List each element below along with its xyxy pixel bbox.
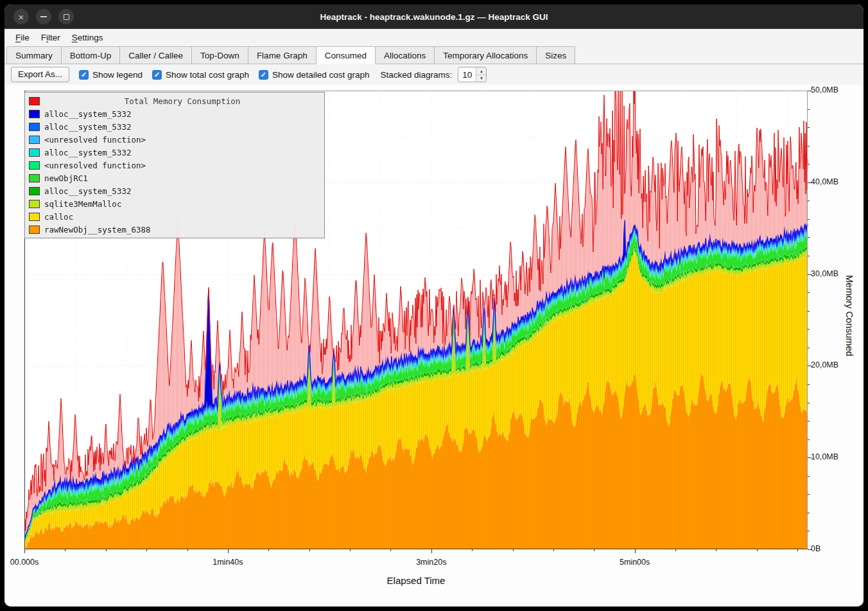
toolbar: Export As... ✓Show legend✓Show total cos… (4, 64, 864, 85)
legend-item: sqlite3MemMalloc (28, 197, 322, 210)
legend-item: alloc__system_5332 (28, 184, 322, 197)
x-axis-title: Elapsed Time (387, 575, 446, 586)
legend-item: alloc__system_5332 (28, 120, 322, 133)
titlebar: × Heaptrack - heaptrack.wakunode.1.gz — … (4, 4, 864, 29)
y-axis-label: 30,0MB (811, 269, 838, 278)
checkbox-label: Show total cost graph (166, 70, 249, 80)
spinbox-buttons: ▲ ▼ (476, 67, 486, 82)
menu-filter[interactable]: Filter (35, 29, 66, 46)
chart-legend: Total Memory Consumptionalloc__system_53… (24, 92, 325, 238)
x-axis-label: 1min40s (213, 558, 243, 567)
y-axis-label: 0B (811, 544, 820, 553)
maximize-icon (64, 14, 69, 20)
tab-summary[interactable]: Summary (6, 46, 62, 64)
checkbox-check-icon: ✓ (259, 70, 268, 80)
legend-label: newObjRC1 (44, 173, 88, 183)
legend-swatch (29, 174, 40, 182)
window-controls: × (13, 9, 74, 24)
legend-item: <unresolved function> (28, 159, 322, 172)
tab-caller-callee[interactable]: Caller / Callee (120, 46, 192, 64)
minimize-button[interactable] (36, 9, 51, 24)
stacked-diagrams-label: Stacked diagrams: (381, 70, 453, 80)
checkbox-show-detailed-cost-graph[interactable]: ✓Show detailed cost graph (259, 70, 370, 80)
legend-label: sqlite3MemMalloc (44, 199, 121, 209)
legend-swatch (29, 187, 40, 195)
close-icon: × (19, 12, 24, 22)
legend-label: calloc (44, 212, 73, 222)
legend-item: alloc__system_5332 (28, 107, 322, 120)
minimize-icon (40, 16, 47, 17)
tab-allocations[interactable]: Allocations (376, 46, 435, 64)
toolbar-checkboxes: ✓Show legend✓Show total cost graph✓Show … (79, 70, 370, 80)
legend-label: <unresolved function> (44, 135, 146, 145)
tab-bottom-up[interactable]: Bottom-Up (62, 46, 121, 64)
tab-temporary-allocations[interactable]: Temporary Allocations (435, 46, 537, 64)
legend-label: alloc__system_5332 (44, 186, 131, 196)
checkbox-show-legend[interactable]: ✓Show legend (79, 70, 143, 80)
spinbox-value: 10 (458, 67, 476, 82)
tab-bar: SummaryBottom-UpCaller / CalleeTop-DownF… (4, 46, 864, 64)
chart-area: Total Memory Consumptionalloc__system_53… (4, 85, 864, 607)
tab-sizes[interactable]: Sizes (537, 46, 575, 64)
x-axis-label: 00.000s (10, 558, 39, 567)
legend-item: alloc__system_5332 (28, 146, 322, 159)
checkbox-label: Show legend (92, 70, 143, 80)
checkbox-check-icon: ✓ (152, 70, 162, 80)
legend-swatch (29, 136, 40, 144)
legend-item: rawNewObj__system_6388 (28, 223, 322, 236)
y-axis-title: Memory Consumed (844, 275, 855, 357)
menu-file[interactable]: File (10, 29, 35, 46)
close-button[interactable]: × (13, 9, 29, 24)
legend-label: <unresolved function> (44, 161, 146, 170)
legend-title-row: Total Memory Consumption (28, 94, 322, 107)
export-as-button[interactable]: Export As... (11, 67, 69, 82)
legend-label: alloc__system_5332 (44, 109, 131, 119)
checkbox-show-total-cost-graph[interactable]: ✓Show total cost graph (152, 70, 249, 80)
tab-top-down[interactable]: Top-Down (192, 46, 248, 64)
menubar: FileFilterSettings (4, 29, 864, 46)
legend-title: Total Memory Consumption (44, 96, 320, 106)
legend-swatch (29, 110, 40, 118)
legend-swatch (29, 161, 40, 170)
legend-item: newObjRC1 (28, 172, 322, 184)
legend-swatch (29, 148, 40, 157)
tab-flame-graph[interactable]: Flame Graph (248, 46, 317, 64)
legend-label: alloc__system_5332 (44, 148, 131, 157)
y-axis-label: 50,0MB (811, 85, 838, 94)
spin-down-button[interactable]: ▼ (476, 75, 486, 82)
legend-swatch (29, 123, 40, 131)
legend-swatch (29, 200, 40, 208)
legend-item: <unresolved function> (28, 133, 322, 146)
legend-swatch (29, 226, 40, 234)
y-axis-label: 20,0MB (811, 360, 838, 369)
legend-label: rawNewObj__system_6388 (44, 225, 151, 235)
checkbox-label: Show detailed cost graph (272, 70, 370, 80)
window-title: Heaptrack - heaptrack.wakunode.1.gz — He… (4, 12, 864, 22)
x-axis-label: 3min20s (416, 558, 446, 567)
app-window: × Heaptrack - heaptrack.wakunode.1.gz — … (4, 4, 864, 607)
legend-swatch-total (29, 97, 40, 105)
legend-label: alloc__system_5332 (44, 122, 131, 132)
tab-consumed[interactable]: Consumed (317, 46, 376, 64)
checkbox-check-icon: ✓ (79, 70, 89, 80)
x-axis-label: 5min00s (620, 558, 650, 567)
y-axis-label: 10,0MB (811, 452, 838, 461)
stacked-diagrams-spinbox[interactable]: 10 ▲ ▼ (458, 67, 487, 82)
y-axis-label: 40,0MB (811, 177, 838, 186)
maximize-button[interactable] (58, 9, 74, 24)
menu-settings[interactable]: Settings (66, 29, 109, 46)
spin-up-button[interactable]: ▲ (476, 67, 486, 75)
legend-swatch (29, 213, 40, 221)
legend-item: calloc (28, 210, 322, 223)
